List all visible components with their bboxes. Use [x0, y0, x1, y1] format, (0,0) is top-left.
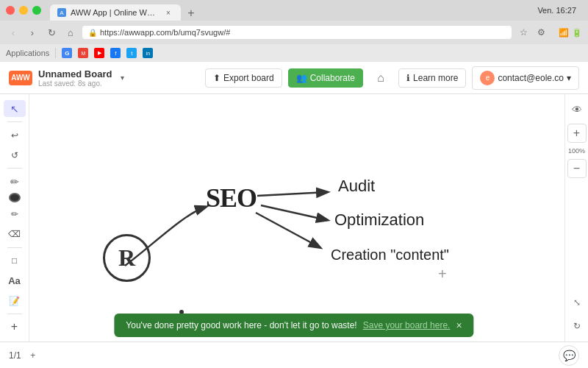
facebook-icon: f [110, 48, 121, 58]
text-tool[interactable]: Aa [4, 272, 26, 289]
tab-title: AWW App | Online Whiteboar... [71, 8, 159, 17]
eraser-tool[interactable]: ⌫ [4, 226, 26, 243]
color-picker[interactable] [9, 193, 21, 202]
tool-separator-1 [7, 121, 22, 122]
bookmark-star-icon[interactable]: ☆ [516, 25, 531, 40]
tool-separator-3 [7, 247, 22, 248]
seo-label: SEO [206, 183, 257, 213]
page-indicator: 1/1 [9, 350, 21, 361]
audit-label: Audit [338, 177, 375, 196]
shape-tool[interactable]: □ [4, 252, 26, 269]
info-icon: ℹ [406, 73, 410, 83]
close-window-button[interactable] [6, 6, 15, 15]
app-logo: AWW [9, 71, 32, 85]
apps-label: Applications [6, 49, 49, 57]
board-info: Unnamed Board Last saved: 8s ago. [38, 68, 112, 88]
active-tab[interactable]: A AWW App | Online Whiteboar... × [50, 4, 181, 21]
bookmark-youtube[interactable]: ▶ [94, 48, 104, 58]
bookmark-twitter[interactable]: t [126, 48, 137, 58]
fit-screen-button[interactable]: ⤡ [567, 293, 587, 312]
contact-dropdown-arrow: ▾ [567, 73, 571, 83]
board-dropdown-arrow[interactable]: ▾ [121, 74, 124, 82]
canvas-svg [29, 94, 564, 342]
extensions-icon[interactable]: ⚙ [534, 25, 548, 40]
zoom-in-button[interactable]: + [567, 124, 587, 143]
youtube-icon: ▶ [94, 48, 104, 58]
linkedin-icon: in [143, 48, 153, 58]
export-label: Export board [223, 73, 274, 83]
wifi-icon: 📶 [559, 28, 569, 38]
gmail-icon: M [78, 48, 88, 58]
fullscreen-window-button[interactable] [32, 6, 41, 15]
add-content-button[interactable]: + [438, 266, 447, 283]
tab-bar: A AWW App | Online Whiteboar... × + [50, 0, 537, 21]
reload-button[interactable]: ↻ [44, 25, 59, 40]
tool-separator-4 [7, 314, 22, 314]
sticky-note-tool[interactable]: 📝 [4, 292, 26, 309]
marker-tool[interactable]: ✏ [4, 205, 26, 222]
new-tab-button[interactable]: + [184, 6, 198, 21]
bookmark-linkedin[interactable]: in [143, 48, 153, 58]
title-bar: A AWW App | Online Whiteboar... × + Ven.… [0, 0, 588, 21]
toast-save-link[interactable]: Save your board here. [363, 320, 451, 330]
url-text: https://awwapp.com/b/umq7svugw/# [100, 28, 230, 37]
traffic-lights [6, 6, 41, 15]
learn-more-button[interactable]: ℹ Learn more [398, 68, 466, 88]
address-bar-icons: ☆ ⚙ [516, 25, 548, 40]
address-bar: ‹ › ↻ ⌂ 🔒 https://awwapp.com/b/umq7svugw… [0, 21, 588, 44]
system-time: Ven. 16:27 [537, 6, 582, 15]
add-page-button[interactable]: + [26, 348, 40, 363]
creation-label: Creation "content" [331, 247, 449, 263]
google-icon: G [62, 48, 72, 58]
toast-close-button[interactable]: × [456, 319, 462, 331]
export-board-button[interactable]: ⬆ Export board [205, 68, 282, 88]
tab-favicon: A [57, 8, 66, 17]
r-circle: R [103, 234, 151, 282]
undo-tool[interactable]: ↩ [4, 127, 26, 144]
right-toolbar: 👁 + 100% − ⤡ ↻ [564, 94, 588, 342]
collaborate-label: Collaborate [310, 73, 355, 83]
page-navigation: 1/1 + [9, 348, 40, 363]
left-toolbar: ↖ ↩ ↺ ✏ ✏ ⌫ □ Aa 📝 + [0, 94, 29, 342]
battery-icon: 🔋 [572, 28, 582, 38]
select-tool[interactable]: ↖ [4, 100, 26, 117]
canvas-area[interactable]: R SEO Audit Optimization Creation "conte… [29, 94, 564, 342]
minimize-window-button[interactable] [19, 6, 28, 15]
board-name: Unnamed Board [38, 68, 112, 79]
save-toast: You've done pretty good work here - don'… [114, 314, 473, 337]
bottom-bar: 1/1 + You've done pretty good work here … [0, 342, 588, 368]
redo-tool[interactable]: ↺ [4, 146, 26, 163]
bookmark-g[interactable]: G [62, 48, 72, 58]
tab-close-button[interactable]: × [163, 7, 173, 18]
contact-button[interactable]: e contact@eole.co ▾ [472, 66, 579, 90]
main-area: ↖ ↩ ↺ ✏ ✏ ⌫ □ Aa 📝 + [0, 94, 588, 342]
toast-message: You've done pretty good work here - don'… [126, 320, 356, 330]
tool-separator-2 [7, 168, 22, 169]
twitter-icon: t [126, 48, 137, 58]
home-button[interactable]: ⌂ [63, 25, 78, 40]
home-nav-button[interactable]: ⌂ [369, 66, 392, 90]
add-tool[interactable]: + [4, 319, 26, 336]
app-header: AWW Unnamed Board Last saved: 8s ago. ▾ … [0, 62, 588, 94]
circle-letter: R [118, 244, 135, 272]
apps-shortcut[interactable]: Applications [6, 49, 49, 57]
rotate-button[interactable]: ↻ [567, 316, 587, 336]
bookmark-facebook[interactable]: f [110, 48, 121, 58]
ssl-lock-icon: 🔒 [88, 29, 97, 37]
collaborate-icon: 👥 [296, 73, 307, 83]
forward-button[interactable]: › [25, 25, 40, 40]
bookmarks-bar: Applications G M ▶ f t in [0, 44, 588, 62]
bookmark-gmail[interactable]: M [78, 48, 88, 58]
zoom-out-button[interactable]: − [567, 159, 587, 178]
back-button[interactable]: ‹ [6, 25, 21, 40]
learn-label: Learn more [413, 73, 458, 83]
collaborate-button[interactable]: 👥 Collaborate [288, 68, 363, 88]
url-bar[interactable]: 🔒 https://awwapp.com/b/umq7svugw/# [82, 26, 512, 39]
zoom-level-display: 100% [568, 147, 585, 155]
contact-label: contact@eole.co [498, 73, 564, 83]
eye-toggle-button[interactable]: 👁 [567, 100, 587, 119]
pen-tool[interactable]: ✏ [4, 173, 26, 190]
bookmark-separator [55, 48, 56, 58]
board-saved-status: Last saved: 8s ago. [38, 79, 112, 88]
chat-button[interactable]: 💬 [559, 345, 579, 366]
